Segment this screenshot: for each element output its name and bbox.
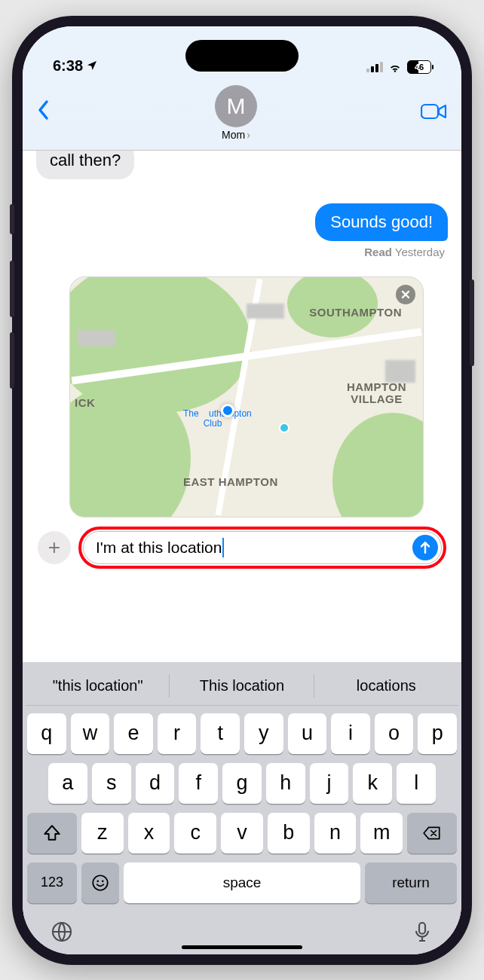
key-g[interactable]: g xyxy=(222,763,262,804)
chevron-right-icon: › xyxy=(247,129,250,141)
key-y[interactable]: y xyxy=(244,713,283,754)
key-t[interactable]: t xyxy=(201,713,240,754)
return-key[interactable]: return xyxy=(365,862,457,903)
message-input[interactable]: I'm at this location xyxy=(83,531,442,564)
cellular-signal-icon xyxy=(366,62,383,72)
phone-frame: 6:38 46 M Mom› xyxy=(12,16,472,965)
text-cursor xyxy=(222,538,224,557)
dictation-key-icon[interactable] xyxy=(410,920,434,944)
map-poi-label: The uthampton Club xyxy=(183,409,252,429)
key-v[interactable]: v xyxy=(221,813,263,853)
svg-rect-5 xyxy=(419,923,425,934)
home-indicator[interactable] xyxy=(182,945,302,949)
key-u[interactable]: u xyxy=(288,713,327,754)
back-button[interactable] xyxy=(36,98,51,127)
facetime-button[interactable] xyxy=(421,101,448,125)
svg-point-2 xyxy=(96,880,99,882)
key-q[interactable]: q xyxy=(27,713,66,754)
compose-bar: + I'm at this location xyxy=(30,517,454,575)
contact-info-button[interactable]: M Mom› xyxy=(215,85,257,141)
key-a[interactable]: a xyxy=(48,763,87,804)
svg-point-1 xyxy=(93,875,108,890)
key-i[interactable]: i xyxy=(331,713,370,754)
key-n[interactable]: n xyxy=(314,813,357,853)
shift-key[interactable] xyxy=(27,813,77,853)
key-c[interactable]: c xyxy=(174,813,216,853)
globe-key-icon[interactable] xyxy=(50,920,74,944)
conversation-header: M Mom› xyxy=(23,79,461,151)
outgoing-message-bubble[interactable]: Sounds good! xyxy=(315,203,448,241)
remove-attachment-button[interactable] xyxy=(396,285,415,304)
key-p[interactable]: p xyxy=(418,713,457,754)
key-s[interactable]: s xyxy=(92,763,131,804)
read-receipt: Read Yesterday xyxy=(30,241,454,258)
suggestion-3[interactable]: locations xyxy=(314,667,458,705)
key-h[interactable]: h xyxy=(266,763,305,804)
key-k[interactable]: k xyxy=(353,763,392,804)
incoming-message-bubble[interactable]: call then? xyxy=(36,151,134,179)
keyboard: "this location" This location locations … xyxy=(23,662,461,954)
key-l[interactable]: l xyxy=(397,763,436,804)
status-time: 6:38 xyxy=(53,57,83,75)
suggestion-1[interactable]: "this location" xyxy=(26,667,170,705)
annotation-highlight: I'm at this location xyxy=(78,527,446,569)
current-location-dot-icon xyxy=(221,404,234,417)
emoji-key[interactable] xyxy=(81,862,119,903)
key-z[interactable]: z xyxy=(81,813,124,853)
volume-down-button xyxy=(10,332,14,389)
key-r[interactable]: r xyxy=(158,713,197,754)
battery-icon: 46 xyxy=(407,60,431,74)
avatar: M xyxy=(215,85,257,127)
svg-point-3 xyxy=(102,880,104,882)
key-e[interactable]: e xyxy=(114,713,153,754)
predictive-bar: "this location" This location locations xyxy=(26,667,458,706)
key-b[interactable]: b xyxy=(268,813,310,853)
dynamic-island xyxy=(185,40,299,72)
key-x[interactable]: x xyxy=(128,813,170,853)
volume-up-button xyxy=(10,261,14,317)
location-services-icon xyxy=(86,60,98,72)
numbers-key[interactable]: 123 xyxy=(27,862,77,903)
mute-switch xyxy=(10,204,14,234)
key-m[interactable]: m xyxy=(360,813,403,853)
suggestion-2[interactable]: This location xyxy=(170,667,314,705)
map-preview: SOUTHAMPTON HAMPTONVILLAGE EAST HAMPTON … xyxy=(70,277,423,517)
key-o[interactable]: o xyxy=(375,713,414,754)
key-f[interactable]: f xyxy=(179,763,218,804)
screen: 6:38 46 M Mom› xyxy=(23,26,461,954)
apps-plus-button[interactable]: + xyxy=(38,531,71,564)
key-d[interactable]: d xyxy=(136,763,175,804)
message-input-text: I'm at this location xyxy=(96,539,222,557)
key-w[interactable]: w xyxy=(71,713,110,754)
backspace-key[interactable] xyxy=(407,813,457,853)
key-j[interactable]: j xyxy=(310,763,349,804)
location-attachment[interactable]: SOUTHAMPTON HAMPTONVILLAGE EAST HAMPTON … xyxy=(69,276,424,517)
svg-rect-0 xyxy=(421,105,438,118)
contact-name-label: Mom xyxy=(222,129,245,141)
space-key[interactable]: space xyxy=(124,862,360,903)
side-button xyxy=(470,279,474,366)
wifi-icon xyxy=(388,60,403,75)
messages-thread[interactable]: call then? Sounds good! Read Yesterday S… xyxy=(23,151,461,662)
send-button[interactable] xyxy=(412,535,438,560)
